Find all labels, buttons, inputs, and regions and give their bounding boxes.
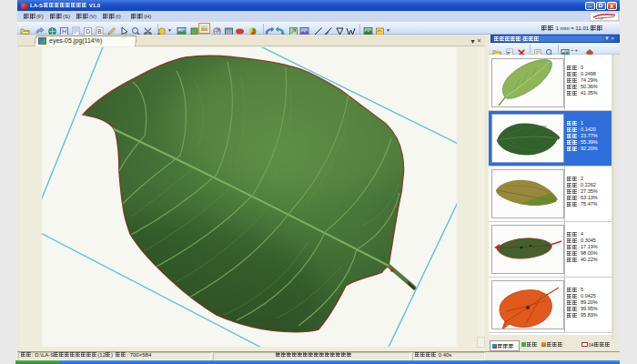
svg-text:H: H — [62, 28, 66, 35]
svg-text:TOP: TOP — [598, 17, 603, 21]
svg-text:D: D — [86, 28, 90, 35]
svg-text:B: B — [97, 28, 101, 35]
